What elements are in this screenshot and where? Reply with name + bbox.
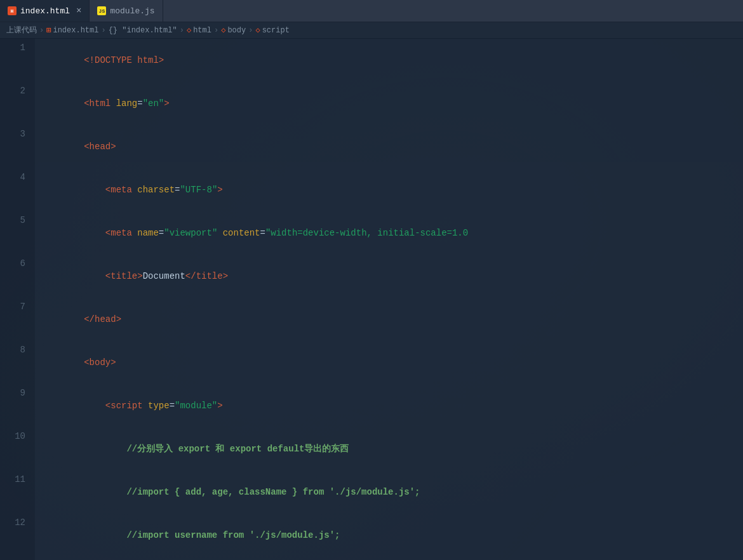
line-3: 3 <head> xyxy=(0,125,743,168)
tab-index-html[interactable]: H index.html × xyxy=(0,0,90,22)
js-file-icon: JS xyxy=(97,6,106,15)
line-5: 5 <meta name="viewport" content="width=d… xyxy=(0,211,743,255)
breadcrumb-body-tag[interactable]: ◇ body xyxy=(221,25,246,35)
breadcrumb-root[interactable]: 上课代码 xyxy=(6,25,37,36)
line-10: 10 //分别导入 export 和 export default导出的东西 xyxy=(0,427,743,470)
breadcrumb-script-tag[interactable]: ◇ script xyxy=(255,25,289,35)
line-12: 12 //import username from './js/module.j… xyxy=(0,514,743,557)
tab-label-index-html: index.html xyxy=(20,6,70,16)
line-11: 11 //import { add, age, className } from… xyxy=(0,470,743,514)
tab-bar: H index.html × JS module.js xyxy=(0,0,743,22)
html-file-icon: H xyxy=(8,6,17,15)
breadcrumb-html-icon[interactable]: ⊞ index.html xyxy=(46,25,98,35)
line-13: 13 //console.log(add); xyxy=(0,557,743,560)
line-8: 8 <body> xyxy=(0,341,743,384)
breadcrumb-html-tag[interactable]: ◇ html xyxy=(187,25,211,35)
editor-container: H index.html × JS module.js 上课代码 › ⊞ ind… xyxy=(0,0,743,560)
line-1: 1 <!DOCTYPE html> xyxy=(0,39,743,82)
line-4: 4 <meta charset="UTF-8"> xyxy=(0,168,743,211)
line-6: 6 <title>Document</title> xyxy=(0,255,743,298)
breadcrumb-file[interactable]: {} "index.html" xyxy=(109,26,177,35)
tab-label-module-js: module.js xyxy=(110,6,154,16)
tab-close-index-html[interactable]: × xyxy=(76,6,81,16)
line-7: 7 </head> xyxy=(0,298,743,341)
code-editor[interactable]: 1 <!DOCTYPE html> 2 <html lang="en"> 3 <… xyxy=(0,39,743,560)
breadcrumb: 上课代码 › ⊞ index.html › {} "index.html" › … xyxy=(0,22,743,39)
tab-module-js[interactable]: JS module.js xyxy=(90,0,163,22)
line-2: 2 <html lang="en"> xyxy=(0,82,743,125)
line-9: 9 <script type="module"> xyxy=(0,384,743,427)
